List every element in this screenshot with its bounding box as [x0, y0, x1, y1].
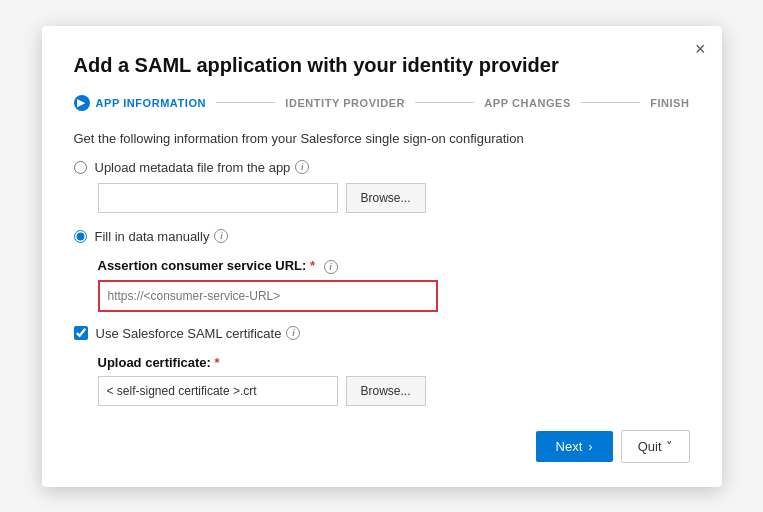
metadata-file-input[interactable] — [98, 183, 338, 213]
upload-info-icon: i — [295, 160, 309, 174]
next-arrow-icon: › — [588, 439, 592, 454]
assertion-url-label: Assertion consumer service URL: * i — [98, 258, 690, 274]
saml-certificate-checkbox-row[interactable]: Use Salesforce SAML certificate i — [74, 326, 690, 341]
cert-browse-button[interactable]: Browse... — [346, 376, 426, 406]
saml-certificate-checkbox[interactable] — [74, 326, 88, 340]
dialog: × Add a SAML application with your ident… — [42, 26, 722, 487]
manual-radio-input[interactable] — [74, 230, 87, 243]
quit-chevron-icon: ˅ — [666, 439, 673, 454]
upload-radio-group: Upload metadata file from the app i Brow… — [74, 160, 690, 213]
close-button[interactable]: × — [695, 40, 706, 58]
quit-button[interactable]: Quit ˅ — [621, 430, 690, 463]
footer: Next › Quit ˅ — [74, 430, 690, 463]
manual-info-icon: i — [214, 229, 228, 243]
cert-file-input[interactable] — [98, 376, 338, 406]
file-upload-row: Browse... — [98, 183, 690, 213]
step-finish: FINISH — [650, 97, 689, 109]
step-line-2 — [415, 102, 474, 103]
saml-cert-info-icon: i — [286, 326, 300, 340]
assertion-info-icon: i — [324, 260, 338, 274]
assertion-url-section: Assertion consumer service URL: * i — [98, 258, 690, 312]
description: Get the following information from your … — [74, 131, 690, 146]
manual-radio-label: Fill in data manually — [95, 229, 210, 244]
next-button[interactable]: Next › — [536, 431, 613, 462]
upload-radio-label: Upload metadata file from the app — [95, 160, 291, 175]
saml-certificate-label: Use Salesforce SAML certificate — [96, 326, 282, 341]
metadata-browse-button[interactable]: Browse... — [346, 183, 426, 213]
upload-cert-section: Upload certificate: * Browse... — [98, 355, 690, 406]
step-identity-provider: IDENTITY PROVIDER — [285, 97, 405, 109]
assertion-url-input[interactable] — [98, 280, 438, 312]
stepper: ▶ APP INFORMATION IDENTITY PROVIDER APP … — [74, 95, 690, 111]
step-line-3 — [581, 102, 640, 103]
upload-cert-label: Upload certificate: * — [98, 355, 690, 370]
quit-label: Quit — [638, 439, 662, 454]
assertion-required-star: * — [310, 258, 315, 273]
upload-radio-input[interactable] — [74, 161, 87, 174]
step-app-changes: APP CHANGES — [484, 97, 571, 109]
dialog-title: Add a SAML application with your identit… — [74, 54, 690, 77]
upload-metadata-option[interactable]: Upload metadata file from the app i — [74, 160, 690, 175]
cert-file-upload-row: Browse... — [98, 376, 690, 406]
step-app-information: ▶ APP INFORMATION — [74, 95, 207, 111]
step-icon-active: ▶ — [74, 95, 90, 111]
step-line-1 — [216, 102, 275, 103]
manual-option[interactable]: Fill in data manually i — [74, 229, 690, 244]
cert-required-star: * — [215, 355, 220, 370]
next-label: Next — [556, 439, 583, 454]
